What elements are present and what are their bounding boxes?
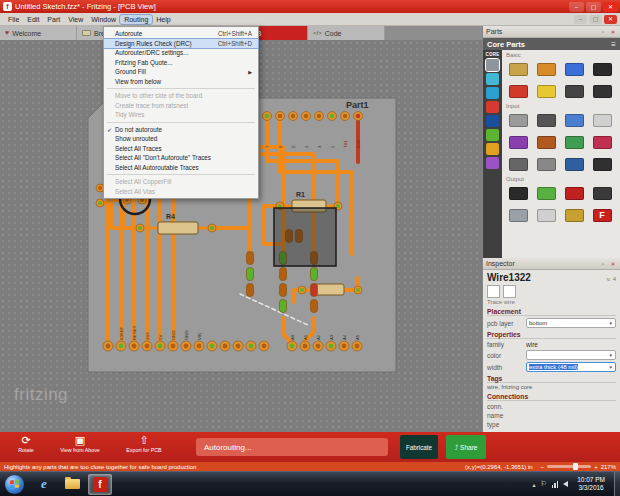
width-label: width bbox=[487, 364, 523, 371]
color-select[interactable]: ▼ bbox=[526, 350, 616, 360]
network-icon[interactable] bbox=[552, 481, 559, 488]
close-panel-icon[interactable]: ✕ bbox=[609, 260, 617, 268]
menu-item-do-not-autoroute[interactable]: ✓Do not autoroute bbox=[104, 125, 258, 135]
zoom-slider-thumb[interactable] bbox=[573, 463, 578, 470]
placement-section-label: Placement bbox=[487, 308, 616, 316]
menu-item-select-all-traces[interactable]: Select All Traces bbox=[104, 144, 258, 154]
part-rgb-led[interactable] bbox=[532, 204, 560, 226]
menu-window[interactable]: Window bbox=[87, 15, 120, 24]
float-panel-icon[interactable]: ▫ bbox=[599, 28, 607, 36]
bin-menu-icon[interactable]: ≡ bbox=[611, 40, 616, 49]
share-button[interactable]: ⤴ Share bbox=[446, 435, 486, 459]
parts-panel-header[interactable]: Parts ▫ ✕ bbox=[483, 26, 620, 38]
menu-help[interactable]: Help bbox=[152, 15, 174, 24]
rotate-button[interactable]: ⟳ Rotate bbox=[8, 434, 44, 453]
close-panel-icon[interactable]: ✕ bbox=[609, 28, 617, 36]
menu-separator bbox=[107, 122, 255, 123]
start-button[interactable] bbox=[5, 475, 24, 494]
part-slide-switch[interactable] bbox=[532, 109, 560, 131]
tab-welcome[interactable]: ♥ Welcome bbox=[0, 26, 77, 40]
menu-item-ground-fill[interactable]: Ground Fill▶ bbox=[104, 67, 258, 77]
menu-item-view-from-below[interactable]: View from below bbox=[104, 77, 258, 87]
action-center-icon[interactable]: ⚐ bbox=[540, 480, 546, 488]
part-yellow-led[interactable] bbox=[532, 80, 560, 102]
mdi-restore-button[interactable]: ▢ bbox=[589, 15, 602, 24]
statusbar: Highlights any parts that are too close … bbox=[0, 462, 620, 471]
part-red-led[interactable] bbox=[504, 80, 532, 102]
taskbar-icon-windows-explorer[interactable] bbox=[60, 474, 84, 495]
menu-item-design-rules-check-drc[interactable]: Design Rules Check (DRC)Ctrl+Shift+D bbox=[104, 39, 258, 49]
part-dc-motor[interactable] bbox=[504, 204, 532, 226]
part-sensor-board[interactable] bbox=[504, 131, 532, 153]
menu-routing[interactable]: Routing bbox=[120, 15, 152, 24]
close-button[interactable]: ✕ bbox=[603, 2, 618, 12]
ceramic-capacitor-icon bbox=[537, 63, 556, 76]
part-electrolytic-capacitor[interactable] bbox=[560, 58, 588, 80]
maximize-button[interactable]: ▢ bbox=[586, 2, 601, 12]
part-photoresistor[interactable] bbox=[532, 131, 560, 153]
taskbar-clock[interactable]: 10:07 PM 3/3/2016 bbox=[577, 476, 605, 492]
part-diode[interactable] bbox=[560, 80, 588, 102]
width-select[interactable]: extra thick (48 mil) ▼ bbox=[526, 362, 616, 372]
view-from-above-button[interactable]: ▣ View from Above bbox=[52, 434, 108, 453]
zoom-slider[interactable] bbox=[547, 465, 591, 468]
seeed-bin[interactable] bbox=[486, 129, 499, 141]
menu-edit[interactable]: Edit bbox=[23, 15, 43, 24]
core-parts-bar[interactable]: Core Parts ≡ bbox=[483, 38, 620, 50]
part-resistor[interactable] bbox=[504, 58, 532, 80]
part-speaker[interactable] bbox=[504, 182, 532, 204]
part-seven-segment[interactable] bbox=[560, 182, 588, 204]
core-bin[interactable] bbox=[486, 59, 499, 71]
part-trimmer[interactable] bbox=[588, 109, 616, 131]
my-parts-bin[interactable] bbox=[486, 73, 499, 85]
fabricate-button[interactable]: Fabricate bbox=[400, 435, 438, 459]
part-lcd-display[interactable] bbox=[532, 182, 560, 204]
zoom-out-icon[interactable]: − bbox=[541, 464, 545, 470]
mdi-minimize-button[interactable]: – bbox=[574, 15, 587, 24]
parallax-bin[interactable] bbox=[486, 143, 499, 155]
show-hidden-icons-icon[interactable]: ▴ bbox=[532, 481, 535, 488]
part-piezo[interactable] bbox=[560, 204, 588, 226]
part-ceramic-capacitor[interactable] bbox=[532, 58, 560, 80]
menu-item-fritzing-fab-quote[interactable]: Fritzing Fab Quote... bbox=[104, 58, 258, 68]
part-rotary-encoder[interactable] bbox=[532, 153, 560, 175]
menu-item-show-unrouted[interactable]: Show unrouted bbox=[104, 134, 258, 144]
sparkfun-bin[interactable] bbox=[486, 101, 499, 113]
float-panel-icon[interactable]: ▫ bbox=[599, 260, 607, 268]
taskbar-icon-fritzing[interactable]: f bbox=[88, 474, 112, 495]
part-joystick[interactable] bbox=[560, 153, 588, 175]
menu-file[interactable]: File bbox=[4, 15, 23, 24]
export-for-pcb-button[interactable]: ⇧ Export for PCB bbox=[116, 434, 172, 453]
part-ic-chip[interactable] bbox=[588, 58, 616, 80]
part-pushbutton[interactable] bbox=[504, 109, 532, 131]
menu-part[interactable]: Part bbox=[43, 15, 64, 24]
part-distance-sensor[interactable] bbox=[588, 131, 616, 153]
part-servo[interactable] bbox=[588, 182, 616, 204]
part-fritzing-logo[interactable]: F bbox=[588, 204, 616, 226]
red-led-icon bbox=[509, 85, 528, 98]
titlebar[interactable]: f Untitled Sketch.fzz* - Fritzing - [PCB… bbox=[0, 0, 620, 13]
minimize-button[interactable]: – bbox=[569, 2, 584, 12]
inspector-header[interactable]: Inspector ▫ ✕ bbox=[483, 258, 620, 270]
mdi-close-button[interactable]: ✕ bbox=[604, 15, 617, 24]
show-desktop-button[interactable] bbox=[614, 472, 620, 496]
contrib-bin[interactable] bbox=[486, 157, 499, 169]
zoom-in-icon[interactable]: + bbox=[594, 464, 598, 470]
tab-code[interactable]: </> Code bbox=[308, 26, 385, 40]
adafruit-bin[interactable] bbox=[486, 115, 499, 127]
menu-view[interactable]: View bbox=[64, 15, 87, 24]
part-pir-sensor[interactable] bbox=[560, 131, 588, 153]
menu-item-autoroute[interactable]: AutorouteCtrl+Shift+A bbox=[104, 29, 258, 39]
menu-item-select-all-don-t-autoroute-traces[interactable]: Select All "Don't Autoroute" Traces bbox=[104, 153, 258, 163]
menu-item-select-all-autoroutable-traces[interactable]: Select All Autoroutable Traces bbox=[104, 163, 258, 173]
taskbar-icon-internet-explorer[interactable]: e bbox=[32, 474, 56, 495]
part-keypad[interactable] bbox=[588, 153, 616, 175]
arduino-bin[interactable] bbox=[486, 87, 499, 99]
part-transistor[interactable] bbox=[588, 80, 616, 102]
part-potentiometer[interactable] bbox=[560, 109, 588, 131]
volume-icon[interactable] bbox=[563, 481, 568, 487]
pcb-layer-select[interactable]: bottom ▼ bbox=[526, 318, 616, 328]
mdi-window-controls: – ▢ ✕ bbox=[574, 15, 617, 24]
menu-item-autorouter-drc-settings[interactable]: Autorouter/DRC settings... bbox=[104, 48, 258, 58]
part-tilt-switch[interactable] bbox=[504, 153, 532, 175]
